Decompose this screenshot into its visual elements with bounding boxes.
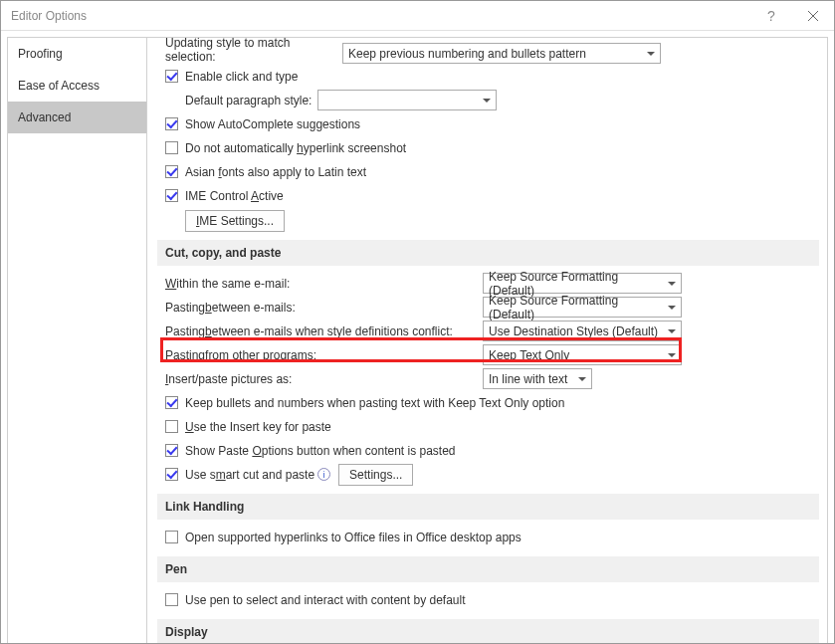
other-programs-label: Pasting from other programs:: [165, 348, 483, 362]
no-hyperlink-label: Do not automatically hyperlink screensho…: [185, 141, 406, 155]
show-autocomplete-label: Show AutoComplete suggestions: [185, 117, 360, 131]
content-panel[interactable]: Updating style to match selection: Keep …: [147, 37, 828, 644]
updating-style-row: Updating style to match selection: Keep …: [157, 37, 819, 64]
insert-key-label: Use the Insert key for paste: [185, 420, 331, 434]
enable-click-type-label: Enable click and type: [185, 70, 298, 84]
use-pen-checkbox[interactable]: [165, 593, 178, 606]
between-emails-label: Pasting between e-mails:: [165, 301, 483, 315]
within-same-label: Within the same e-mail:: [165, 277, 483, 291]
sidebar-item-proofing[interactable]: Proofing: [8, 38, 146, 70]
ime-active-label: IME Control Active: [185, 189, 284, 203]
keep-bullets-label: Keep bullets and numbers when pasting te…: [185, 396, 564, 410]
show-paste-options-checkbox[interactable]: [165, 444, 178, 457]
enable-click-type-checkbox[interactable]: [165, 70, 178, 83]
title-bar: Editor Options ?: [1, 1, 834, 31]
close-button[interactable]: [792, 1, 834, 31]
sidebar-item-advanced[interactable]: Advanced: [8, 102, 146, 133]
sidebar: Proofing Ease of Access Advanced: [7, 37, 147, 644]
sidebar-item-ease-of-access[interactable]: Ease of Access: [8, 70, 146, 102]
conflict-combo[interactable]: Use Destination Styles (Default): [483, 321, 682, 341]
asian-fonts-label: Asian fonts also apply to Latin text: [185, 165, 366, 179]
no-hyperlink-checkbox[interactable]: [165, 141, 178, 154]
between-emails-combo[interactable]: Keep Source Formatting (Default): [483, 297, 682, 318]
asian-fonts-checkbox[interactable]: [165, 165, 178, 178]
section-link-handling: Link Handling: [157, 494, 819, 520]
open-supported-checkbox[interactable]: [165, 531, 178, 543]
default-para-label: Default paragraph style:: [185, 94, 317, 107]
open-supported-label: Open supported hyperlinks to Office file…: [185, 531, 522, 544]
updating-style-label: Updating style to match selection:: [165, 37, 342, 64]
settings-button[interactable]: Settings...: [338, 464, 413, 486]
smart-cut-checkbox[interactable]: [165, 468, 178, 481]
section-cut-copy-paste: Cut, copy, and paste: [157, 240, 819, 266]
keep-bullets-checkbox[interactable]: [165, 396, 178, 409]
pictures-combo[interactable]: In line with text: [483, 368, 592, 389]
within-same-combo[interactable]: Keep Source Formatting (Default): [483, 273, 682, 294]
default-para-combo[interactable]: [317, 90, 497, 110]
show-paste-options-label: Show Paste Options button when content i…: [185, 444, 456, 458]
show-autocomplete-checkbox[interactable]: [165, 117, 178, 130]
ime-active-checkbox[interactable]: [165, 189, 178, 202]
section-pen: Pen: [157, 556, 819, 582]
section-display: Display: [157, 619, 819, 644]
insert-key-checkbox[interactable]: [165, 420, 178, 433]
window-title: Editor Options: [11, 9, 87, 23]
pictures-label: Insert/paste pictures as:: [165, 372, 483, 386]
use-pen-label: Use pen to select and interact with cont…: [185, 593, 466, 607]
help-button[interactable]: ?: [750, 1, 792, 31]
info-icon[interactable]: i: [317, 468, 330, 481]
ime-settings-button[interactable]: IME Settings...: [185, 210, 285, 232]
conflict-label: Pasting between e-mails when style defin…: [165, 324, 483, 338]
other-programs-combo[interactable]: Keep Text Only: [483, 344, 682, 365]
updating-style-combo[interactable]: Keep previous numbering and bullets patt…: [342, 43, 661, 64]
smart-cut-label: Use smart cut and paste: [185, 468, 314, 482]
